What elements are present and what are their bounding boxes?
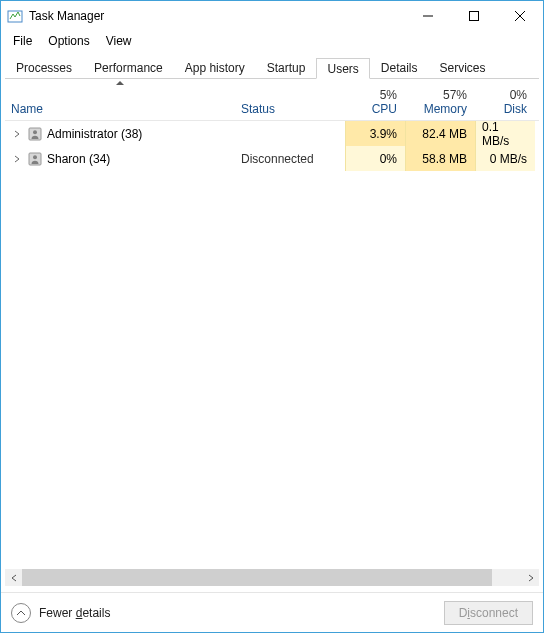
column-header-name[interactable]: Name xyxy=(5,79,235,120)
minimize-button[interactable] xyxy=(405,1,451,31)
column-headers: Name Status 5% CPU 57% Memory 0% Disk xyxy=(5,79,539,121)
tab-performance[interactable]: Performance xyxy=(83,57,174,78)
horizontal-scrollbar[interactable] xyxy=(5,569,539,586)
user-icon xyxy=(27,151,43,167)
fewer-details-label: Fewer details xyxy=(39,606,110,620)
column-label-status: Status xyxy=(241,102,337,116)
tab-services[interactable]: Services xyxy=(429,57,497,78)
user-memory: 82.4 MB xyxy=(405,121,475,146)
user-row[interactable]: Administrator (38) 3.9% 82.4 MB 0.1 MB/s xyxy=(5,121,539,146)
menubar: File Options View xyxy=(1,31,543,51)
cpu-total-percent: 5% xyxy=(380,88,397,102)
user-status xyxy=(235,121,345,146)
tab-strip: Processes Performance App history Startu… xyxy=(1,51,543,79)
tab-startup[interactable]: Startup xyxy=(256,57,317,78)
close-button[interactable] xyxy=(497,1,543,31)
column-label-name: Name xyxy=(11,102,227,116)
tab-processes[interactable]: Processes xyxy=(5,57,83,78)
column-header-cpu[interactable]: 5% CPU xyxy=(345,79,405,120)
task-manager-window: Task Manager File Options View Processes xyxy=(0,0,544,633)
svg-point-6 xyxy=(33,130,37,134)
user-memory: 58.8 MB xyxy=(405,146,475,171)
fewer-details-toggle[interactable]: Fewer details xyxy=(11,603,110,623)
disconnect-button: Disconnect xyxy=(444,601,533,625)
expand-toggle[interactable] xyxy=(11,153,23,165)
expand-toggle[interactable] xyxy=(11,128,23,140)
chevron-up-icon xyxy=(11,603,31,623)
disk-total-percent: 0% xyxy=(510,88,527,102)
user-disk: 0 MB/s xyxy=(475,146,535,171)
column-label-memory: Memory xyxy=(424,102,467,116)
svg-point-8 xyxy=(33,155,37,159)
menu-view[interactable]: View xyxy=(98,32,140,50)
column-header-status[interactable]: Status xyxy=(235,79,345,120)
tab-users[interactable]: Users xyxy=(316,58,369,79)
scroll-track[interactable] xyxy=(22,569,522,586)
user-row[interactable]: Sharon (34) Disconnected 0% 58.8 MB 0 MB… xyxy=(5,146,539,171)
user-name: Sharon (34) xyxy=(47,152,110,166)
scroll-right-button[interactable] xyxy=(522,569,539,586)
user-cpu: 0% xyxy=(345,146,405,171)
sort-ascending-icon xyxy=(116,81,124,85)
column-label-cpu: CPU xyxy=(372,102,397,116)
scroll-left-button[interactable] xyxy=(5,569,22,586)
maximize-button[interactable] xyxy=(451,1,497,31)
user-status: Disconnected xyxy=(235,146,345,171)
user-name: Administrator (38) xyxy=(47,127,142,141)
footer: Fewer details Disconnect xyxy=(1,592,543,632)
user-cpu: 3.9% xyxy=(345,121,405,146)
memory-total-percent: 57% xyxy=(443,88,467,102)
tab-details[interactable]: Details xyxy=(370,57,429,78)
scroll-thumb[interactable] xyxy=(22,569,492,586)
window-title: Task Manager xyxy=(29,9,104,23)
tab-app-history[interactable]: App history xyxy=(174,57,256,78)
svg-rect-2 xyxy=(470,12,479,21)
user-icon xyxy=(27,126,43,142)
menu-file[interactable]: File xyxy=(5,32,40,50)
column-header-disk[interactable]: 0% Disk xyxy=(475,79,535,120)
user-disk: 0.1 MB/s xyxy=(475,121,535,146)
window-controls xyxy=(405,1,543,31)
menu-options[interactable]: Options xyxy=(40,32,97,50)
users-grid: Name Status 5% CPU 57% Memory 0% Disk xyxy=(1,79,543,569)
user-rows: Administrator (38) 3.9% 82.4 MB 0.1 MB/s xyxy=(5,121,539,569)
column-header-memory[interactable]: 57% Memory xyxy=(405,79,475,120)
task-manager-icon xyxy=(7,8,23,24)
titlebar: Task Manager xyxy=(1,1,543,31)
column-label-disk: Disk xyxy=(504,102,527,116)
